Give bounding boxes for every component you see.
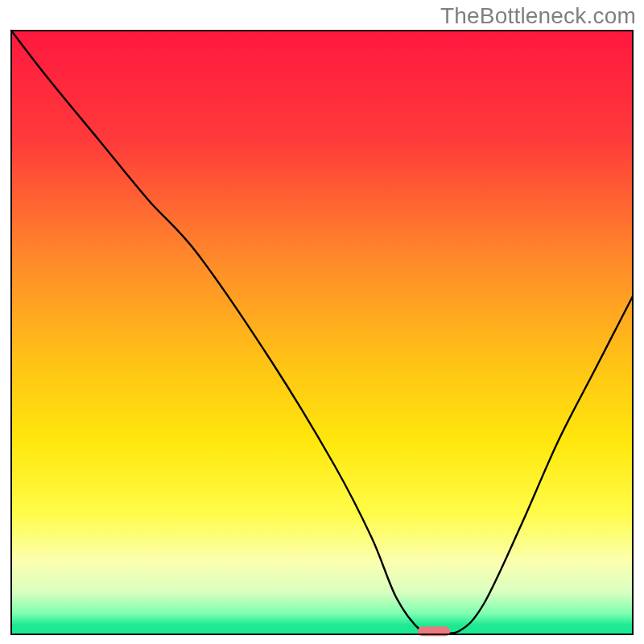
chart-stage: TheBottleneck.com [0, 0, 644, 644]
bottleneck-chart [0, 0, 644, 644]
watermark-text: TheBottleneck.com [440, 3, 636, 29]
plot-background [11, 31, 633, 634]
